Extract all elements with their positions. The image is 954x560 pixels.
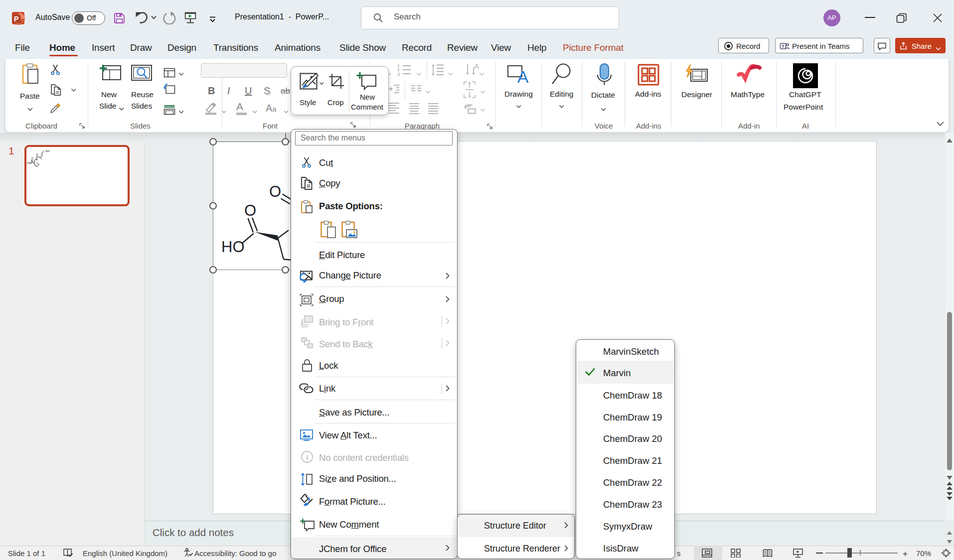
svg-text:SH: SH bbox=[45, 149, 49, 152]
svg-text:i: i bbox=[306, 453, 308, 461]
svg-text:HO: HO bbox=[27, 161, 31, 164]
svg-text:P: P bbox=[14, 15, 19, 23]
svg-text:A: A bbox=[474, 63, 479, 70]
svg-text:O: O bbox=[36, 153, 38, 156]
svg-text:T: T bbox=[782, 44, 785, 49]
svg-text:O: O bbox=[31, 157, 34, 160]
svg-text:N: N bbox=[36, 158, 38, 161]
svg-text:A: A bbox=[517, 67, 529, 86]
